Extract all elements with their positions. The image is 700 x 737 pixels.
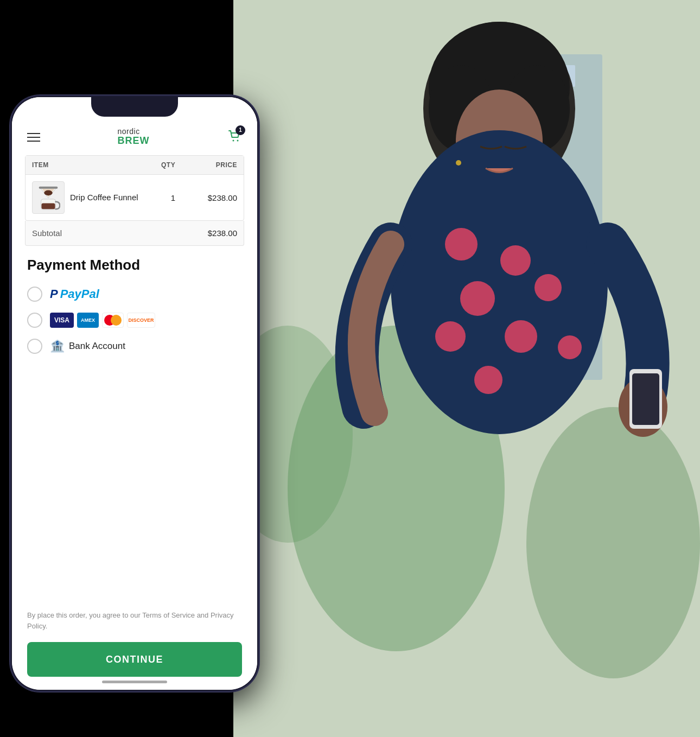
- radio-cards[interactable]: [27, 313, 42, 328]
- svg-point-19: [500, 245, 531, 276]
- paypal-p: P: [50, 287, 58, 301]
- subtotal-row: Subtotal $238.00: [25, 221, 244, 246]
- svg-rect-33: [41, 204, 55, 209]
- svg-rect-28: [632, 373, 659, 425]
- home-indicator: [102, 681, 167, 683]
- item-image: [32, 181, 65, 214]
- svg-point-29: [456, 160, 461, 166]
- visa-logo: VISA: [50, 313, 74, 328]
- mastercard-logo: [102, 313, 124, 328]
- logo-brew: BREW: [118, 136, 150, 147]
- amex-logo: AMEX: [77, 313, 99, 328]
- col-qty: QTY: [161, 161, 194, 169]
- cart-badge: 1: [236, 125, 245, 135]
- svg-point-22: [435, 321, 466, 352]
- order-table: ITEM QTY PRICE: [25, 155, 244, 221]
- phone-mockup: nordic BREW 1 ITEM: [10, 95, 259, 692]
- discover-logo: DISCOVER: [127, 313, 155, 328]
- svg-rect-35: [39, 187, 58, 189]
- item-info: Drip Coffee Funnel: [32, 181, 152, 214]
- radio-paypal[interactable]: [27, 287, 42, 302]
- col-item: ITEM: [32, 161, 161, 169]
- brand-logo: nordic BREW: [118, 128, 150, 147]
- subtotal-value: $238.00: [208, 228, 237, 238]
- svg-point-24: [474, 366, 502, 394]
- item-qty: 1: [157, 193, 189, 202]
- table-header: ITEM QTY PRICE: [26, 156, 244, 175]
- svg-point-18: [445, 228, 478, 261]
- table-row: Drip Coffee Funnel 1 $238.00: [26, 175, 244, 220]
- payment-section: Payment Method P PayPal VISA: [12, 246, 257, 433]
- phone-notch: [91, 97, 178, 117]
- svg-point-25: [558, 335, 582, 359]
- bank-label: Bank Account: [69, 341, 125, 352]
- background-photo: [233, 0, 700, 737]
- svg-point-34: [44, 190, 52, 196]
- paypal-text: PayPal: [60, 287, 99, 301]
- bottom-section: By place this order, you agree to our Te…: [12, 610, 257, 690]
- terms-text: By place this order, you agree to our Te…: [27, 610, 242, 631]
- svg-point-30: [233, 139, 234, 141]
- payment-option-cards[interactable]: VISA AMEX DISCOVER: [27, 313, 242, 328]
- svg-point-31: [237, 139, 239, 141]
- bank-option: 🏦 Bank Account: [50, 339, 125, 353]
- card-logos: VISA AMEX DISCOVER: [50, 313, 155, 328]
- radio-bank[interactable]: [27, 339, 42, 354]
- col-price: PRICE: [194, 161, 237, 169]
- svg-point-21: [534, 274, 562, 301]
- payment-title: Payment Method: [27, 257, 242, 274]
- svg-point-23: [505, 320, 537, 353]
- subtotal-label: Subtotal: [32, 228, 62, 238]
- payment-option-bank[interactable]: 🏦 Bank Account: [27, 339, 242, 354]
- paypal-logo: P PayPal: [50, 287, 99, 301]
- continue-button[interactable]: CONTINUE: [27, 642, 242, 677]
- svg-point-20: [460, 281, 495, 316]
- hamburger-menu[interactable]: [27, 133, 40, 142]
- coffee-funnel-image: [36, 183, 60, 212]
- cart-button[interactable]: 1: [227, 129, 242, 146]
- item-name: Drip Coffee Funnel: [70, 192, 138, 203]
- bank-icon: 🏦: [50, 339, 65, 353]
- svg-point-9: [526, 407, 700, 678]
- item-price: $238.00: [194, 193, 237, 202]
- logo-nordic: nordic: [118, 128, 150, 136]
- payment-option-paypal[interactable]: P PayPal: [27, 287, 242, 302]
